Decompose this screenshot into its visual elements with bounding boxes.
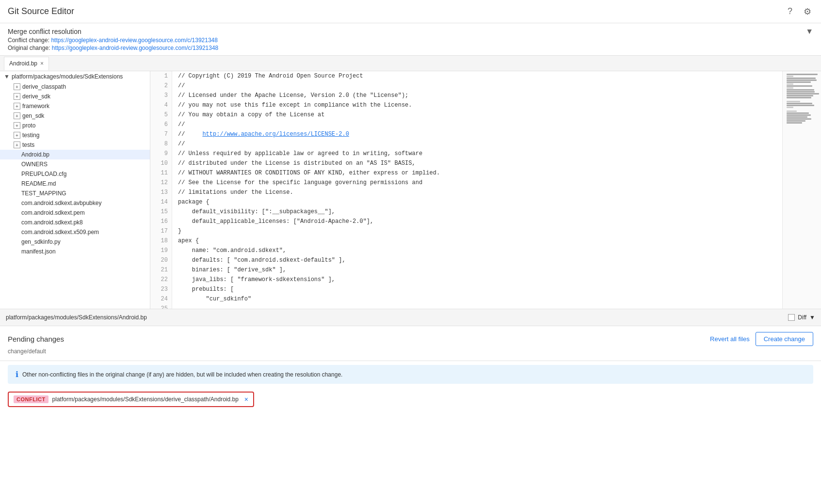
tree-item-tests[interactable]: + tests <box>0 140 150 150</box>
tree-root[interactable]: ▼ platform/packages/modules/SdkExtension… <box>0 71 150 82</box>
conflict-badge: CONFLICT <box>14 395 48 403</box>
minimap <box>782 71 821 309</box>
conflict-change-link[interactable]: https://googleplex-android-review.google… <box>51 37 218 44</box>
code-line: "cur_sdkinfo" <box>178 294 776 304</box>
tree-item-derive-sdk[interactable]: + derive_sdk <box>0 92 150 101</box>
code-line: // WITHOUT WARRANTIES OR CONDITIONS OF A… <box>178 168 776 178</box>
tree-item-test-mapping[interactable]: TEST_MAPPING <box>0 189 150 198</box>
create-change-button[interactable]: Create change <box>756 332 813 346</box>
path-bar: platform/packages/modules/SdkExtensions/… <box>0 309 821 326</box>
info-icon: ℹ <box>16 370 18 379</box>
tree-item-label: com.android.sdkext.avbpubkey <box>21 200 101 206</box>
code-line: // See the License for the specific lang… <box>178 178 776 188</box>
file-path: platform/packages/modules/SdkExtensions/… <box>6 314 147 321</box>
tree-item-owners[interactable]: OWNERS <box>0 159 150 169</box>
revert-all-link[interactable]: Revert all files <box>710 335 750 343</box>
tree-item-label: tests <box>22 142 34 148</box>
settings-icon[interactable]: ⚙ <box>802 6 813 17</box>
tree-item-label: com.android.sdkext.pk8 <box>21 219 83 226</box>
file-tab-name: Android.bp <box>9 60 37 67</box>
code-editor[interactable]: 12345 678910 1112131415 1617181920 21222… <box>150 71 821 309</box>
diff-dropdown-icon[interactable]: ▼ <box>809 314 815 321</box>
code-content: // Copyright (C) 2019 The Android Open S… <box>172 71 782 309</box>
code-line: } <box>178 226 776 236</box>
tree-item-readme[interactable]: README.md <box>0 179 150 189</box>
code-line: // <box>178 139 776 149</box>
file-tab-close[interactable]: × <box>40 60 44 67</box>
code-line: // You may obtain a copy of the License … <box>178 110 776 120</box>
expand-icon: + <box>14 93 20 100</box>
code-line: // you may not use this file except in c… <box>178 100 776 110</box>
expand-icon: + <box>14 112 20 119</box>
merge-bar-chevron[interactable]: ▼ <box>805 27 813 36</box>
conflict-path: platform/packages/modules/SdkExtensions/… <box>52 396 239 403</box>
pending-section: Pending changes Revert all files Create … <box>0 326 821 361</box>
expand-icon: + <box>14 122 20 129</box>
tree-item-pk8[interactable]: com.android.sdkext.pk8 <box>0 218 150 227</box>
code-line: // http://www.apache.org/licenses/LICENS… <box>178 129 776 139</box>
diff-toggle: Diff ▼ <box>788 314 815 321</box>
tree-item-gen-sdkinfo[interactable]: gen_sdkinfo.py <box>0 237 150 247</box>
tree-item-manifest[interactable]: manifest.json <box>0 247 150 256</box>
code-line: // Unless required by applicable law or … <box>178 149 776 158</box>
tree-item-x509[interactable]: com.android.sdkext.x509.pem <box>0 227 150 237</box>
pending-actions: Revert all files Create change <box>710 332 813 346</box>
tree-item-proto[interactable]: + proto <box>0 121 150 130</box>
info-text: Other non-conflicting files in the origi… <box>22 371 342 378</box>
tree-item-label: com.android.sdkext.x509.pem <box>21 229 99 236</box>
original-change-link[interactable]: https://googleplex-android-review.google… <box>52 45 219 51</box>
code-line: // Copyright (C) 2019 The Android Open S… <box>178 71 776 81</box>
tree-item-avbpubkey[interactable]: com.android.sdkext.avbpubkey <box>0 198 150 208</box>
code-line: // <box>178 120 776 129</box>
tree-item-label: Android.bp <box>21 151 49 158</box>
conflict-section: CONFLICT platform/packages/modules/SdkEx… <box>0 388 821 411</box>
diff-checkbox[interactable] <box>788 314 795 321</box>
tree-item-framework[interactable]: + framework <box>0 101 150 111</box>
merge-bar-title: Merge conflict resolution <box>8 28 81 35</box>
info-bar: ℹ Other non-conflicting files in the ori… <box>8 365 813 384</box>
tree-item-preupload[interactable]: PREUPLOAD.cfg <box>0 169 150 179</box>
help-icon[interactable]: ? <box>784 6 796 17</box>
editor-container: ▼ platform/packages/modules/SdkExtension… <box>0 71 821 309</box>
tree-item-testing[interactable]: + testing <box>0 130 150 140</box>
tree-item-label: OWNERS <box>21 161 48 168</box>
collapse-icon: ▼ <box>4 73 10 80</box>
tree-item-label: derive_sdk <box>22 93 50 100</box>
code-line: // limitations under the License. <box>178 188 776 197</box>
code-line: // Licensed under the Apache License, Ve… <box>178 91 776 100</box>
tree-item-label: manifest.json <box>21 248 56 255</box>
file-tab-bar: Android.bp × <box>0 56 821 71</box>
line-numbers: 12345 678910 1112131415 1617181920 21222… <box>150 71 172 309</box>
expand-icon: + <box>14 103 20 110</box>
diff-label: Diff <box>798 314 806 321</box>
tree-item-label: framework <box>22 103 49 110</box>
code-line: defaults: [ "com.android.sdkext-defaults… <box>178 255 776 265</box>
expand-icon: + <box>14 83 20 90</box>
conflict-row: CONFLICT platform/packages/modules/SdkEx… <box>8 392 254 407</box>
code-line: // distributed under the License is dist… <box>178 158 776 168</box>
app-header: Git Source Editor ? ⚙ <box>0 0 821 23</box>
tree-item-android-bp[interactable]: Android.bp <box>0 150 150 159</box>
license-link[interactable]: http://www.apache.org/licenses/LICENSE-2… <box>202 131 349 138</box>
file-tab-android-bp[interactable]: Android.bp × <box>4 57 49 70</box>
code-line: default_applicable_licenses: ["Android-A… <box>178 217 776 226</box>
tree-item-pem[interactable]: com.android.sdkext.pem <box>0 208 150 218</box>
original-change-label: Original change: <box>8 45 50 51</box>
code-line: java_libs: [ "framework-sdkextensions" ]… <box>178 275 776 284</box>
tree-item-gen-sdk[interactable]: + gen_sdk <box>0 111 150 121</box>
pending-sub: change/default <box>8 348 813 355</box>
conflict-change-label: Conflict change: <box>8 37 49 44</box>
tree-item-label: com.android.sdkext.pem <box>21 209 85 216</box>
tree-item-label: PREUPLOAD.cfg <box>21 171 66 177</box>
tree-item-label: proto <box>22 122 35 129</box>
code-line: default_visibility: [":__subpackages__"]… <box>178 207 776 217</box>
conflict-close-icon[interactable]: × <box>244 395 248 403</box>
tree-item-label: README.md <box>21 180 56 187</box>
code-line: // <box>178 81 776 91</box>
tree-item-label: TEST_MAPPING <box>21 190 66 197</box>
tree-item-derive-classpath[interactable]: + derive_classpath <box>0 82 150 92</box>
code-line: binaries: [ "derive_sdk" ], <box>178 265 776 275</box>
tree-item-label: derive_classpath <box>22 83 66 90</box>
expand-icon: + <box>14 132 20 139</box>
header-icons: ? ⚙ <box>784 6 813 17</box>
